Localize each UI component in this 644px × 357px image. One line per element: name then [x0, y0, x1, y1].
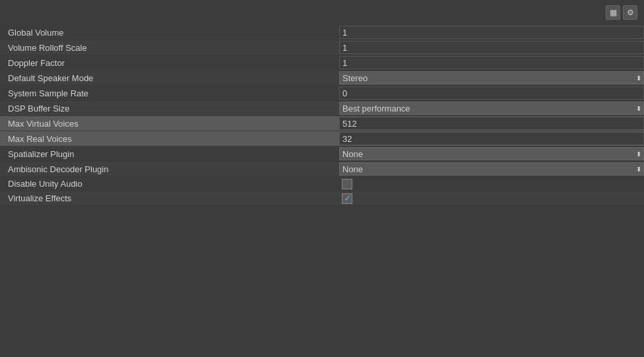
label-max-virtual-voices: Max Virtual Voices — [0, 119, 337, 129]
label-max-real-voices: Max Real Voices — [0, 134, 337, 144]
dropdown-wrapper-dsp-buffer-size: DefaultBest performanceGood latencyBest … — [339, 102, 644, 115]
checkmark-icon: ✓ — [344, 194, 351, 203]
row-virtualize-effects: Virtualize Effects✓ — [0, 191, 644, 206]
value-spatializer-plugin: None — [337, 147, 644, 160]
grid-icon: ▦ — [610, 8, 617, 17]
checkbox-container-virtualize-effects: ✓ — [339, 193, 644, 204]
dropdown-dsp-buffer-size[interactable]: DefaultBest performanceGood latencyBest … — [339, 102, 644, 115]
dropdown-wrapper-ambisonic-decoder-plugin: None — [339, 162, 644, 176]
checkbox-virtualize-effects[interactable]: ✓ — [342, 193, 352, 204]
label-system-sample-rate: System Sample Rate — [0, 88, 337, 98]
label-global-volume: Global Volume — [0, 28, 337, 38]
label-virtualize-effects: Virtualize Effects — [0, 193, 337, 203]
gear-icon-button[interactable]: ⚙ — [623, 5, 637, 20]
audio-panel: ▦ ⚙ Global VolumeVolume Rolloff ScaleDop… — [0, 0, 644, 357]
row-doppler-factor: Doppler Factor — [0, 55, 644, 71]
value-virtualize-effects: ✓ — [337, 193, 644, 204]
gear-icon: ⚙ — [627, 8, 634, 17]
input-global-volume[interactable] — [339, 26, 644, 39]
label-spatializer-plugin: Spatializer Plugin — [0, 149, 337, 159]
row-max-virtual-voices: Max Virtual Voices — [0, 116, 644, 131]
row-volume-rolloff-scale: Volume Rolloff Scale — [0, 40, 644, 55]
row-dsp-buffer-size: DSP Buffer SizeDefaultBest performanceGo… — [0, 101, 644, 116]
checkbox-container-disable-unity-audio — [339, 179, 644, 189]
label-disable-unity-audio: Disable Unity Audio — [0, 179, 337, 189]
value-disable-unity-audio — [337, 179, 644, 189]
grid-icon-button[interactable]: ▦ — [606, 5, 620, 20]
label-default-speaker-mode: Default Speaker Mode — [0, 73, 337, 83]
input-system-sample-rate[interactable] — [339, 86, 644, 100]
value-volume-rolloff-scale — [337, 41, 644, 54]
input-max-virtual-voices[interactable] — [339, 117, 644, 130]
label-doppler-factor: Doppler Factor — [0, 58, 337, 68]
row-max-real-voices: Max Real Voices — [0, 131, 644, 146]
value-max-virtual-voices — [337, 117, 644, 130]
input-max-real-voices[interactable] — [339, 132, 644, 145]
header-icons: ▦ ⚙ — [606, 5, 637, 20]
dropdown-default-speaker-mode[interactable]: MonoStereoQuadSurroundMode5point1Mode7po… — [339, 71, 644, 84]
value-dsp-buffer-size: DefaultBest performanceGood latencyBest … — [337, 102, 644, 115]
row-spatializer-plugin: Spatializer PluginNone — [0, 146, 644, 162]
value-max-real-voices — [337, 132, 644, 145]
dropdown-wrapper-default-speaker-mode: MonoStereoQuadSurroundMode5point1Mode7po… — [339, 71, 644, 84]
value-system-sample-rate — [337, 86, 644, 100]
dropdown-wrapper-spatializer-plugin: None — [339, 147, 644, 160]
label-volume-rolloff-scale: Volume Rolloff Scale — [0, 43, 337, 53]
checkbox-disable-unity-audio[interactable] — [342, 179, 352, 189]
value-global-volume — [337, 26, 644, 39]
row-disable-unity-audio: Disable Unity Audio — [0, 177, 644, 191]
value-doppler-factor — [337, 56, 644, 69]
label-dsp-buffer-size: DSP Buffer Size — [0, 104, 337, 114]
input-volume-rolloff-scale[interactable] — [339, 41, 644, 54]
row-ambisonic-decoder-plugin: Ambisonic Decoder PluginNone — [0, 162, 644, 177]
settings-rows: Global VolumeVolume Rolloff ScaleDoppler… — [0, 25, 644, 206]
dropdown-spatializer-plugin[interactable]: None — [339, 147, 644, 160]
input-doppler-factor[interactable] — [339, 56, 644, 69]
row-system-sample-rate: System Sample Rate — [0, 86, 644, 101]
dropdown-ambisonic-decoder-plugin[interactable]: None — [339, 162, 644, 176]
row-default-speaker-mode: Default Speaker ModeMonoStereoQuadSurrou… — [0, 71, 644, 86]
value-default-speaker-mode: MonoStereoQuadSurroundMode5point1Mode7po… — [337, 71, 644, 84]
panel-header: ▦ ⚙ — [0, 0, 644, 25]
row-global-volume: Global Volume — [0, 25, 644, 40]
value-ambisonic-decoder-plugin: None — [337, 162, 644, 176]
label-ambisonic-decoder-plugin: Ambisonic Decoder Plugin — [0, 164, 337, 174]
